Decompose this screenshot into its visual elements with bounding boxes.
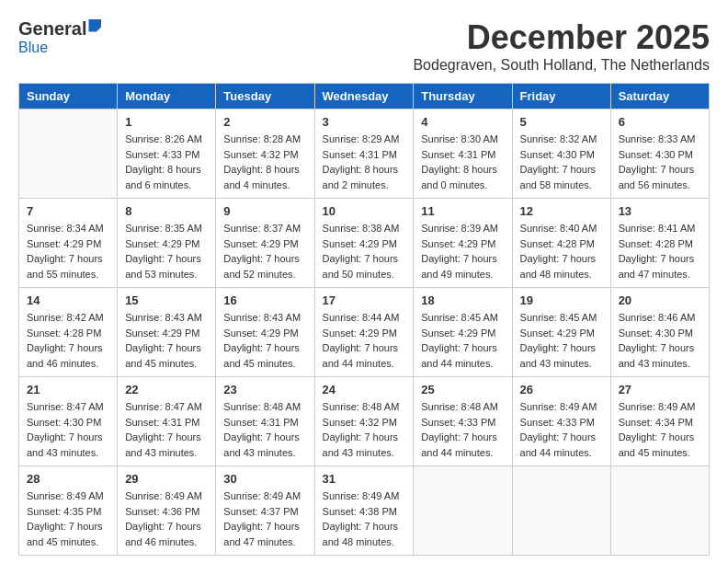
day-number: 21 (27, 383, 109, 396)
sunset-text: Sunset: 4:28 PM (520, 238, 595, 249)
logo-general-text: General (18, 18, 86, 40)
sunrise-text: Sunrise: 8:48 AM (323, 401, 400, 412)
day-number: 29 (125, 472, 208, 486)
sunset-text: Sunset: 4:28 PM (27, 327, 101, 339)
daylight-text: Daylight: 8 hours and 0 minutes. (421, 164, 497, 190)
day-number: 20 (619, 293, 701, 307)
calendar-cell: 19 Sunrise: 8:45 AM Sunset: 4:29 PM Dayl… (512, 288, 610, 377)
sunset-text: Sunset: 4:34 PM (619, 417, 693, 428)
weekday-header-thursday: Thursday (414, 84, 512, 109)
sunrise-text: Sunrise: 8:38 AM (323, 223, 400, 234)
day-number: 27 (619, 383, 701, 396)
day-number: 26 (520, 383, 603, 396)
day-info: Sunrise: 8:37 AM Sunset: 4:29 PM Dayligh… (223, 221, 306, 282)
calendar-cell: 6 Sunrise: 8:33 AM Sunset: 4:30 PM Dayli… (610, 109, 709, 199)
sunset-text: Sunset: 4:29 PM (125, 238, 199, 249)
calendar-cell: 1 Sunrise: 8:26 AM Sunset: 4:33 PM Dayli… (118, 109, 216, 199)
day-number: 22 (125, 383, 208, 396)
sunrise-text: Sunrise: 8:48 AM (223, 401, 301, 412)
calendar-cell: 18 Sunrise: 8:45 AM Sunset: 4:29 PM Dayl… (414, 288, 512, 377)
sunset-text: Sunset: 4:36 PM (125, 506, 199, 517)
sunset-text: Sunset: 4:30 PM (520, 149, 595, 160)
day-number: 5 (520, 115, 603, 129)
daylight-text: Daylight: 7 hours and 48 minutes. (323, 521, 399, 547)
sunset-text: Sunset: 4:30 PM (619, 149, 693, 160)
day-info: Sunrise: 8:45 AM Sunset: 4:29 PM Dayligh… (520, 310, 603, 371)
daylight-text: Daylight: 7 hours and 43 minutes. (223, 431, 300, 458)
sunrise-text: Sunrise: 8:37 AM (223, 223, 301, 234)
sunset-text: Sunset: 4:31 PM (125, 417, 199, 428)
calendar-table: SundayMondayTuesdayWednesdayThursdayFrid… (18, 83, 710, 556)
calendar-cell: 24 Sunrise: 8:48 AM Sunset: 4:32 PM Dayl… (314, 377, 414, 466)
weekday-header-tuesday: Tuesday (216, 84, 314, 109)
calendar-cell: 26 Sunrise: 8:49 AM Sunset: 4:33 PM Dayl… (512, 377, 610, 466)
sunrise-text: Sunrise: 8:49 AM (27, 490, 104, 501)
day-number: 10 (323, 204, 406, 218)
daylight-text: Daylight: 7 hours and 46 minutes. (27, 342, 103, 369)
sunrise-text: Sunrise: 8:39 AM (421, 223, 498, 234)
day-info: Sunrise: 8:34 AM Sunset: 4:29 PM Dayligh… (27, 221, 109, 282)
sunset-text: Sunset: 4:29 PM (421, 238, 495, 249)
sunrise-text: Sunrise: 8:48 AM (421, 401, 498, 412)
sunrise-text: Sunrise: 8:49 AM (323, 490, 400, 501)
sunset-text: Sunset: 4:30 PM (27, 417, 101, 428)
daylight-text: Daylight: 7 hours and 45 minutes. (223, 342, 300, 369)
day-info: Sunrise: 8:33 AM Sunset: 4:30 PM Dayligh… (619, 132, 701, 192)
sunrise-text: Sunrise: 8:35 AM (125, 223, 202, 234)
sunset-text: Sunset: 4:28 PM (619, 238, 693, 249)
day-number: 8 (125, 204, 208, 218)
sunset-text: Sunset: 4:38 PM (323, 506, 397, 517)
daylight-text: Daylight: 7 hours and 56 minutes. (619, 164, 695, 190)
daylight-text: Daylight: 7 hours and 43 minutes. (520, 342, 597, 369)
daylight-text: Daylight: 8 hours and 2 minutes. (323, 164, 399, 190)
day-number: 15 (125, 293, 208, 307)
daylight-text: Daylight: 7 hours and 49 minutes. (421, 253, 497, 280)
day-info: Sunrise: 8:47 AM Sunset: 4:31 PM Dayligh… (125, 399, 208, 460)
day-number: 12 (520, 204, 603, 218)
day-number: 28 (27, 472, 109, 486)
sunset-text: Sunset: 4:33 PM (125, 149, 199, 160)
weekday-header-wednesday: Wednesday (314, 84, 414, 109)
day-info: Sunrise: 8:42 AM Sunset: 4:28 PM Dayligh… (27, 310, 109, 371)
calendar-cell: 30 Sunrise: 8:49 AM Sunset: 4:37 PM Dayl… (216, 466, 314, 556)
daylight-text: Daylight: 7 hours and 44 minutes. (520, 431, 597, 458)
weekday-header-monday: Monday (118, 84, 216, 109)
calendar-week-row: 1 Sunrise: 8:26 AM Sunset: 4:33 PM Dayli… (19, 109, 710, 199)
sunset-text: Sunset: 4:32 PM (323, 417, 397, 428)
sunset-text: Sunset: 4:31 PM (323, 149, 397, 160)
sunrise-text: Sunrise: 8:40 AM (520, 223, 597, 234)
daylight-text: Daylight: 7 hours and 46 minutes. (125, 521, 201, 547)
calendar-cell (512, 466, 610, 556)
calendar-cell: 21 Sunrise: 8:47 AM Sunset: 4:30 PM Dayl… (19, 377, 118, 466)
sunrise-text: Sunrise: 8:41 AM (619, 223, 696, 234)
day-number: 30 (223, 472, 306, 486)
day-info: Sunrise: 8:41 AM Sunset: 4:28 PM Dayligh… (619, 221, 701, 282)
sunset-text: Sunset: 4:29 PM (520, 327, 595, 339)
sunset-text: Sunset: 4:29 PM (27, 238, 101, 249)
day-info: Sunrise: 8:35 AM Sunset: 4:29 PM Dayligh… (125, 221, 208, 282)
calendar-cell: 8 Sunrise: 8:35 AM Sunset: 4:29 PM Dayli… (118, 199, 216, 288)
day-number: 31 (323, 472, 406, 486)
calendar-cell: 11 Sunrise: 8:39 AM Sunset: 4:29 PM Dayl… (414, 199, 512, 288)
day-info: Sunrise: 8:44 AM Sunset: 4:29 PM Dayligh… (323, 310, 406, 371)
sunrise-text: Sunrise: 8:43 AM (125, 312, 202, 323)
calendar-cell: 13 Sunrise: 8:41 AM Sunset: 4:28 PM Dayl… (610, 199, 709, 288)
day-number: 18 (421, 293, 504, 307)
day-number: 11 (421, 204, 504, 218)
calendar-cell: 17 Sunrise: 8:44 AM Sunset: 4:29 PM Dayl… (314, 288, 414, 377)
weekday-header-sunday: Sunday (19, 84, 118, 109)
calendar-cell: 4 Sunrise: 8:30 AM Sunset: 4:31 PM Dayli… (414, 109, 512, 199)
day-number: 19 (520, 293, 603, 307)
sunset-text: Sunset: 4:33 PM (520, 417, 595, 428)
calendar-cell: 2 Sunrise: 8:28 AM Sunset: 4:32 PM Dayli… (216, 109, 314, 199)
calendar-cell: 22 Sunrise: 8:47 AM Sunset: 4:31 PM Dayl… (118, 377, 216, 466)
logo: General Blue (18, 18, 101, 56)
sunrise-text: Sunrise: 8:43 AM (223, 312, 301, 323)
sunset-text: Sunset: 4:29 PM (421, 327, 495, 339)
day-info: Sunrise: 8:26 AM Sunset: 4:33 PM Dayligh… (125, 132, 208, 192)
daylight-text: Daylight: 7 hours and 44 minutes. (421, 431, 497, 458)
day-info: Sunrise: 8:49 AM Sunset: 4:34 PM Dayligh… (619, 399, 701, 460)
day-info: Sunrise: 8:46 AM Sunset: 4:30 PM Dayligh… (619, 310, 701, 371)
calendar-header: SundayMondayTuesdayWednesdayThursdayFrid… (19, 84, 710, 109)
sunrise-text: Sunrise: 8:46 AM (619, 312, 696, 323)
